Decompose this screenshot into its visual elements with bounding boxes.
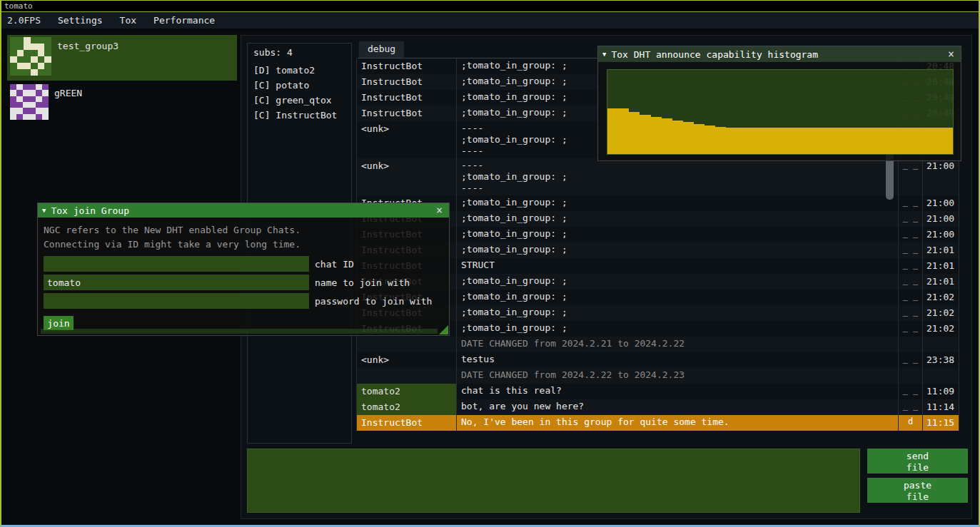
- message-time: 21:00: [923, 227, 959, 242]
- menu-item-performance[interactable]: Performance: [145, 12, 223, 29]
- join-name-label: name to join with: [315, 277, 410, 288]
- dht-histogram-title: Tox DHT announce capability histogram: [611, 49, 818, 60]
- histogram-bar: [662, 118, 672, 154]
- join-password-label: password to join with: [315, 296, 432, 307]
- histogram-plot: [607, 69, 954, 155]
- sender-name: <unk>: [361, 160, 389, 171]
- message-time: [923, 368, 959, 384]
- histogram-bar: [888, 128, 899, 154]
- message-text: DATE CHANGED from 2024.2.22 to 2024.2.23: [457, 368, 899, 384]
- member-item[interactable]: [D] tomato2: [248, 63, 351, 78]
- message-time: 23:38: [923, 352, 959, 368]
- chat-message-row[interactable]: InstructBot No, I've been in this group …: [356, 415, 959, 431]
- window-titlebar[interactable]: tomato: [1, 1, 979, 12]
- tab-debug[interactable]: debug: [359, 41, 404, 58]
- chat-message-row[interactable]: <unk> ----;tomato_in_group: ;---- _ _ 21…: [356, 158, 959, 195]
- histogram-bar: [899, 128, 909, 154]
- message-time: [923, 337, 959, 352]
- menu-item-settings[interactable]: Settings: [49, 12, 111, 29]
- message-text: STRUCT: [457, 258, 899, 274]
- histogram-bar: [672, 121, 683, 154]
- message-status: _ _: [899, 227, 923, 242]
- dht-histogram-body: [598, 62, 961, 160]
- chat-message-row[interactable]: DATE CHANGED from 2024.2.22 to 2024.2.23: [356, 368, 959, 384]
- message-text: ;tomato_in_group: ;: [457, 195, 899, 211]
- histogram-bar: [748, 128, 759, 154]
- resize-grip[interactable]: [439, 325, 448, 334]
- message-text: ;tomato_in_group: ;: [457, 274, 899, 290]
- message-time: 21:02: [923, 305, 959, 321]
- message-text: testus: [457, 352, 899, 368]
- message-time: 21:02: [923, 290, 959, 305]
- dht-histogram-titlebar[interactable]: ▼ Tox DHT announce capability histogram …: [598, 46, 961, 62]
- sender-name: InstructBot: [361, 61, 423, 71]
- histogram-bar: [737, 128, 748, 154]
- members-header: subs: 4: [248, 44, 351, 63]
- histogram-bar: [867, 128, 877, 154]
- histogram-bar: [834, 128, 845, 154]
- message-status: d: [899, 415, 923, 431]
- message-input[interactable]: [247, 449, 860, 513]
- send-file-button[interactable]: send file: [867, 449, 968, 474]
- message-text: ;tomato_in_group: ;: [457, 321, 899, 337]
- histogram-bar: [910, 128, 921, 154]
- message-time: 21:00: [923, 158, 959, 195]
- histogram-bar: [759, 128, 769, 154]
- histogram-bar: [780, 128, 791, 154]
- message-status: _ _: [899, 384, 923, 399]
- message-time: 21:01: [923, 274, 959, 290]
- menu-bar: 2.0FPS Settings Tox Performance: [1, 12, 979, 29]
- histogram-bar: [704, 126, 715, 154]
- histogram-bar: [607, 108, 618, 154]
- message-status: _ _: [899, 258, 923, 274]
- sender-name: <unk>: [361, 123, 389, 134]
- histogram-bar: [618, 108, 629, 154]
- sender-name: InstructBot: [361, 76, 423, 87]
- collapse-arrow-icon[interactable]: ▼: [602, 51, 606, 58]
- join-info-line: NGC refers to the New DHT enabled Group …: [44, 223, 443, 237]
- sidebar-item-test-group3[interactable]: test_group3: [7, 35, 237, 81]
- message-text: ;tomato_in_group: ;: [457, 305, 899, 321]
- sender-name: InstructBot: [361, 92, 423, 103]
- histogram-bar: [651, 117, 662, 154]
- group-name: test_group3: [57, 41, 118, 51]
- histogram-bar: [769, 128, 780, 154]
- message-status: _ _: [899, 321, 923, 337]
- histogram-bar: [629, 112, 640, 154]
- message-text: bot, are you new here?: [457, 399, 899, 415]
- message-text: ----;tomato_in_group: ;----: [457, 158, 899, 195]
- member-item[interactable]: [C] green_qtox: [248, 93, 351, 108]
- group-name: gREEN: [54, 88, 82, 98]
- sender-name: <unk>: [361, 354, 389, 365]
- chat-id-input[interactable]: [44, 256, 309, 272]
- chat-message-row[interactable]: tomato2 chat is this real? _ _ 11:09: [356, 384, 959, 399]
- close-icon[interactable]: ×: [946, 49, 956, 60]
- chat-message-row[interactable]: tomato2 bot, are you new here? _ _ 11:14: [356, 399, 959, 415]
- sidebar-item-green[interactable]: gREEN: [7, 82, 237, 125]
- join-name-input[interactable]: [44, 275, 309, 290]
- histogram-bar: [640, 115, 650, 154]
- histogram-bar: [812, 128, 823, 154]
- message-text: ;tomato_in_group: ;: [457, 242, 899, 258]
- join-group-titlebar[interactable]: ▼ Tox join Group ×: [38, 203, 449, 218]
- join-group-title: Tox join Group: [51, 205, 129, 216]
- histogram-bar: [856, 128, 867, 154]
- message-time: 21:01: [923, 258, 959, 274]
- app-window: { "titlebar": { "title": "tomato" }, "me…: [0, 0, 980, 527]
- chat-message-row[interactable]: <unk> testus _ _ 23:38: [356, 352, 959, 368]
- message-text: No, I've been in this group for quite so…: [457, 415, 899, 431]
- collapse-arrow-icon[interactable]: ▼: [42, 207, 46, 214]
- histogram-bar: [694, 124, 704, 154]
- menu-item-tox[interactable]: Tox: [111, 12, 145, 29]
- sender-name: tomato2: [361, 401, 400, 412]
- chat-message-row[interactable]: DATE CHANGED from 2024.2.21 to 2024.2.22: [356, 337, 959, 352]
- close-icon[interactable]: ×: [434, 205, 445, 216]
- join-password-input[interactable]: [44, 293, 309, 309]
- message-status: _ _: [899, 242, 923, 258]
- histogram-bar: [931, 128, 942, 154]
- member-item[interactable]: [C] potato: [248, 78, 351, 93]
- member-item[interactable]: [C] InstructBot: [248, 108, 351, 123]
- paste-file-button[interactable]: paste file: [867, 478, 968, 503]
- message-time: 11:14: [923, 399, 959, 415]
- join-button[interactable]: join: [44, 316, 74, 330]
